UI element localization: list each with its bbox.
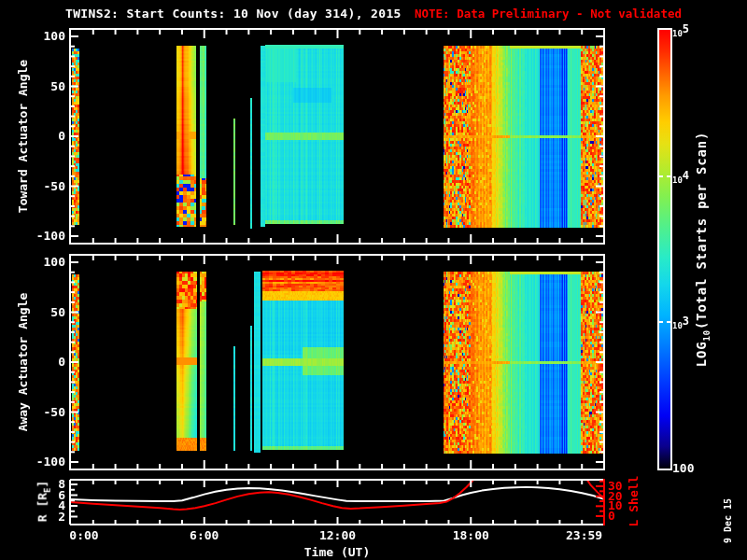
lshell-tick-label: 0: [608, 510, 615, 522]
angle-tick-label: 100: [26, 256, 65, 268]
time-axis-label: Time (UT): [304, 546, 370, 558]
angle-tick-label: 50: [26, 80, 65, 92]
date-stamp: 9 Dec 15: [724, 498, 733, 543]
time-tick-label: 6:00: [175, 529, 234, 541]
r-tick-label: 2: [26, 511, 65, 523]
plot-title: TWINS2: Start Counts: 10 Nov (day 314), …: [65, 7, 402, 20]
time-tick-label: 18:00: [441, 529, 500, 541]
preliminary-note: NOTE: Data Preliminary - Not validated: [415, 8, 682, 21]
angle-tick-label: 0: [26, 356, 65, 368]
colorbar-tick-label: 100: [672, 462, 694, 474]
angle-tick-label: -100: [26, 455, 65, 468]
colorbar-label: LOG10(Total Starts per Scan): [695, 132, 712, 367]
l-shell-axis-label: L Shell: [627, 476, 640, 527]
angle-tick-label: 100: [26, 30, 65, 42]
time-tick-label: 0:00: [54, 529, 114, 541]
colorbar-tick-label: 105: [672, 23, 689, 38]
angle-tick-label: -50: [26, 180, 65, 192]
angle-tick-label: -100: [26, 230, 65, 242]
angle-tick-label: -50: [26, 406, 65, 418]
twins-start-counts-plot: TWINS2: Start Counts: 10 Nov (day 314), …: [0, 0, 747, 560]
colorbar-tick-label: 104: [672, 170, 689, 185]
time-tick-label: 23:59: [555, 529, 614, 541]
time-tick-label: 12:00: [308, 529, 368, 541]
colorbar-tick-label: 103: [672, 315, 689, 330]
angle-tick-label: 0: [26, 130, 65, 142]
angle-tick-label: 50: [26, 306, 65, 318]
